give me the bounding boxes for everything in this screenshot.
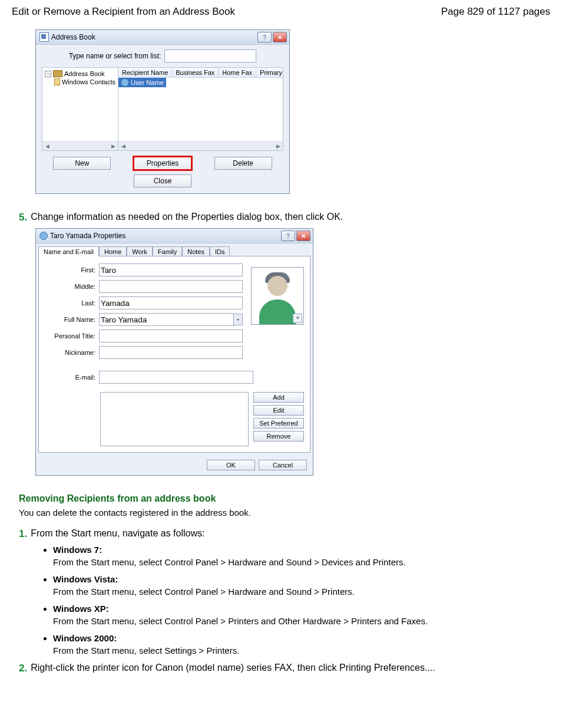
tab-home[interactable]: Home xyxy=(99,246,127,256)
os-2000-label: Windows 2000: xyxy=(53,633,550,643)
col-business-fax[interactable]: Business Fax xyxy=(172,68,219,77)
step-1-text: From the Start menu, navigate as follows… xyxy=(31,528,204,539)
new-button[interactable]: New xyxy=(53,157,111,170)
os-2000-text: From the Start menu, select Settings > P… xyxy=(53,645,239,655)
email-setpreferred-button[interactable]: Set Preferred xyxy=(253,418,304,429)
help-button[interactable] xyxy=(257,32,272,42)
type-name-label: Type name or select from list: xyxy=(69,52,161,60)
cancel-button[interactable]: Cancel xyxy=(259,460,307,470)
properties-title-text: Taro Yamada Properties xyxy=(50,232,125,240)
step-5-text: Change information as needed on the Prop… xyxy=(31,212,343,222)
removing-heading: Removing Recipients from an address book xyxy=(12,493,550,504)
properties-button[interactable]: Properties xyxy=(134,157,191,170)
step-1-number: 1. xyxy=(19,528,27,540)
ok-button[interactable]: OK xyxy=(207,460,255,470)
tree-scrollbar[interactable]: ◀▶ xyxy=(42,141,118,150)
tab-ids[interactable]: IDs xyxy=(210,246,230,256)
personal-title-input[interactable] xyxy=(99,330,243,342)
email-label: E-mail: xyxy=(45,374,95,381)
col-recipient-name[interactable]: Recipient Name xyxy=(118,68,172,77)
user-icon xyxy=(39,232,48,240)
personal-title-label: Personal Title: xyxy=(45,332,95,340)
email-edit-button[interactable]: Edit xyxy=(253,405,304,416)
avatar-picture[interactable]: ▾ xyxy=(251,267,304,325)
tree-child-label: Windows Contacts xyxy=(62,78,115,85)
removing-paragraph: You can delete the contacts registered i… xyxy=(12,508,550,518)
fullname-dropdown[interactable]: ▾ xyxy=(234,314,243,325)
tab-name-email[interactable]: Name and E-mail xyxy=(38,246,99,256)
page-number: Page 829 of 1127 pages xyxy=(441,6,550,18)
contacts-icon xyxy=(54,78,60,85)
tree-root-label: Address Book xyxy=(64,70,104,77)
email-remove-button[interactable]: Remove xyxy=(253,431,304,442)
list-item: Windows Vista: From the Start menu, sele… xyxy=(53,574,550,597)
folder-tree[interactable]: − Address Book Windows Contacts ◀▶ xyxy=(42,68,118,150)
email-listbox[interactable] xyxy=(100,392,249,446)
nickname-label: Nickname: xyxy=(45,349,95,356)
app-icon xyxy=(39,32,49,42)
list-item: Windows 7: From the Start menu, select C… xyxy=(53,545,550,567)
os-xp-label: Windows XP: xyxy=(53,604,550,614)
step-5-number: 5. xyxy=(19,212,27,223)
address-book-titlebar[interactable]: Address Book xyxy=(36,30,289,45)
book-icon xyxy=(53,70,62,77)
help-button[interactable] xyxy=(281,230,295,241)
close-button[interactable]: Close xyxy=(134,174,191,187)
first-input[interactable] xyxy=(99,263,243,276)
last-label: Last: xyxy=(45,299,95,307)
list-item: Windows XP: From the Start menu, select … xyxy=(53,604,550,626)
properties-titlebar[interactable]: Taro Yamada Properties xyxy=(36,229,313,243)
list-item-label: User Name xyxy=(131,79,164,86)
os-vista-label: Windows Vista: xyxy=(53,574,550,584)
tree-collapse-icon[interactable]: − xyxy=(45,71,51,77)
email-input[interactable] xyxy=(99,371,253,384)
tab-work[interactable]: Work xyxy=(127,246,152,256)
step-2-number: 2. xyxy=(19,663,27,674)
avatar-dropdown-icon[interactable]: ▾ xyxy=(293,314,302,323)
tab-family[interactable]: Family xyxy=(153,246,182,256)
fullname-label: Full Name: xyxy=(45,316,95,323)
middle-input[interactable] xyxy=(99,280,243,293)
os-xp-text: From the Start menu, select Control Pane… xyxy=(53,616,428,626)
first-label: First: xyxy=(45,266,95,274)
last-input[interactable] xyxy=(99,297,243,309)
tab-notes[interactable]: Notes xyxy=(182,246,210,256)
step-2-text: Right-click the printer icon for Canon (… xyxy=(31,663,435,673)
close-window-button[interactable] xyxy=(296,230,310,241)
user-icon xyxy=(121,78,129,87)
os-vista-text: From the Start menu, select Control Pane… xyxy=(53,587,355,597)
col-primary-fax[interactable]: Primary Fax xyxy=(256,68,283,77)
fullname-input[interactable] xyxy=(99,313,234,326)
delete-button[interactable]: Delete xyxy=(214,157,272,170)
page-title: Edit or Remove a Recipient from an Addre… xyxy=(12,6,235,18)
email-add-button[interactable]: Add xyxy=(253,392,304,403)
list-header[interactable]: Recipient Name Business Fax Home Fax Pri… xyxy=(118,68,283,78)
list-item: Windows 2000: From the Start menu, selec… xyxy=(53,633,550,655)
window-title-text: Address Book xyxy=(51,33,95,41)
os-windows7-text: From the Start menu, select Control Pane… xyxy=(53,557,406,567)
os-windows7-label: Windows 7: xyxy=(53,545,550,555)
middle-label: Middle: xyxy=(45,283,95,290)
list-item-selected[interactable]: User Name xyxy=(118,78,166,87)
close-window-button[interactable] xyxy=(273,32,287,42)
nickname-input[interactable] xyxy=(99,346,243,359)
col-home-fax[interactable]: Home Fax xyxy=(219,68,256,77)
type-name-input[interactable] xyxy=(164,50,256,62)
list-scrollbar[interactable]: ◀▶ xyxy=(118,141,283,150)
